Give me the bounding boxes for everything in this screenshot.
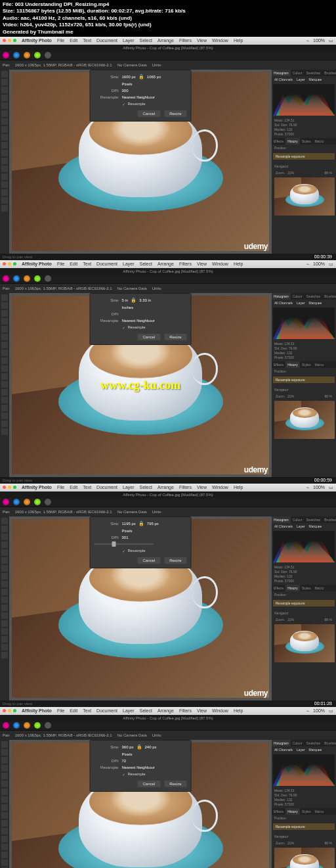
- selection-tool[interactable]: [1, 95, 8, 101]
- healing-tool[interactable]: [1, 788, 8, 795]
- tab-swatches[interactable]: Swatches: [304, 70, 323, 76]
- menu-edit[interactable]: Edit: [70, 708, 77, 713]
- gradient-tool[interactable]: [1, 836, 8, 842]
- resample-checkbox[interactable]: ✓: [122, 549, 125, 553]
- brush-tool[interactable]: [1, 103, 8, 109]
- tab-swatches[interactable]: Swatches: [304, 740, 323, 746]
- zoom-tool[interactable]: [1, 620, 8, 627]
- height-value[interactable]: 240 px: [145, 745, 157, 749]
- height-value[interactable]: 3.33 in: [139, 298, 151, 302]
- menu-window[interactable]: Window: [212, 262, 228, 266]
- menu-view[interactable]: View: [197, 262, 207, 266]
- dodge-tool[interactable]: [1, 581, 8, 587]
- shape-tool[interactable]: [1, 828, 8, 834]
- menu-document[interactable]: Document: [96, 38, 117, 43]
- units-value[interactable]: Pixels: [122, 529, 133, 533]
- tab-histogram[interactable]: Histogram: [272, 70, 291, 76]
- maximize-window-icon[interactable]: [13, 39, 16, 42]
- cancel-button[interactable]: Cancel: [137, 557, 160, 564]
- shape-tool[interactable]: [1, 381, 8, 388]
- tab-brushes[interactable]: Brushes: [322, 740, 336, 746]
- tab-histogram[interactable]: Histogram: [272, 516, 291, 523]
- tab-brushes[interactable]: Brushes: [322, 516, 336, 523]
- resize-button[interactable]: Resize: [164, 334, 186, 340]
- menu-layer[interactable]: Layer: [123, 38, 135, 43]
- menu-view[interactable]: View: [197, 38, 207, 43]
- picker-tool[interactable]: [1, 181, 8, 188]
- menu-arrange[interactable]: Arrange: [158, 262, 174, 266]
- app-name[interactable]: Affinity Photo: [22, 38, 52, 43]
- menu-document[interactable]: Document: [96, 485, 117, 490]
- menu-select[interactable]: Select: [140, 262, 152, 266]
- menu-window[interactable]: Window: [212, 38, 228, 43]
- picker-tool[interactable]: [1, 852, 8, 858]
- tab-effects[interactable]: Effects: [272, 808, 285, 815]
- dpi-value[interactable]: 300: [122, 89, 129, 93]
- menu-window[interactable]: Window: [212, 485, 228, 490]
- layer-toggle[interactable]: Layer: [297, 748, 305, 752]
- history-entry[interactable]: Resample exposure: [273, 823, 335, 830]
- menu-layer[interactable]: Layer: [123, 262, 135, 266]
- marquee-toggle[interactable]: Marquee: [309, 301, 322, 305]
- healing-tool[interactable]: [1, 342, 8, 348]
- lock-icon[interactable]: 🔒: [131, 298, 136, 303]
- brush-tool[interactable]: [1, 326, 8, 332]
- menu-window[interactable]: Window: [212, 708, 228, 713]
- marquee-toggle[interactable]: Marquee: [309, 524, 322, 528]
- menu-file[interactable]: File: [57, 262, 64, 266]
- wifi-icon[interactable]: ⏦: [306, 38, 309, 43]
- menu-filters[interactable]: Filters: [179, 485, 192, 490]
- dodge-tool[interactable]: [1, 134, 8, 141]
- develop-persona-icon[interactable]: [24, 722, 30, 729]
- minimize-window-icon[interactable]: [8, 262, 11, 265]
- menu-arrange[interactable]: Arrange: [158, 485, 174, 490]
- menu-arrange[interactable]: Arrange: [158, 38, 174, 43]
- shape-tool[interactable]: [1, 158, 8, 164]
- hand-tool[interactable]: [1, 526, 8, 532]
- close-window-icon[interactable]: [3, 262, 6, 265]
- resample-checkbox[interactable]: ✓: [122, 325, 125, 330]
- cancel-button[interactable]: Cancel: [137, 781, 160, 787]
- width-value[interactable]: 1600 px: [122, 75, 136, 79]
- history-entry[interactable]: Resample exposure: [273, 153, 335, 160]
- zoom-value[interactable]: 22%: [287, 841, 294, 845]
- channels-dropdown[interactable]: All Channels: [274, 78, 293, 81]
- cancel-button[interactable]: Cancel: [137, 110, 160, 117]
- menu-text[interactable]: Text: [83, 485, 91, 490]
- close-window-icon[interactable]: [3, 709, 6, 712]
- units-value[interactable]: Pixels: [122, 82, 133, 86]
- tab-history[interactable]: History: [285, 808, 300, 815]
- blur-tool[interactable]: [1, 126, 8, 133]
- clone-tool[interactable]: [1, 557, 8, 564]
- resample-checkbox[interactable]: ✓: [122, 772, 125, 777]
- minimize-window-icon[interactable]: [8, 39, 11, 42]
- blur-tool[interactable]: [1, 573, 8, 580]
- close-window-icon[interactable]: [3, 39, 6, 42]
- liquify-persona-icon[interactable]: [13, 52, 20, 58]
- tab-macro[interactable]: Macro: [312, 808, 326, 815]
- cancel-button[interactable]: Cancel: [137, 334, 160, 340]
- blur-tool[interactable]: [1, 350, 8, 356]
- menu-layer[interactable]: Layer: [123, 708, 135, 713]
- dpi-value[interactable]: 301: [122, 536, 129, 539]
- zoom-tool[interactable]: [1, 173, 8, 180]
- pen-tool[interactable]: [1, 820, 8, 827]
- menu-select[interactable]: Select: [140, 38, 152, 43]
- tone-persona-icon[interactable]: [34, 499, 41, 505]
- menu-arrange[interactable]: Arrange: [158, 708, 174, 713]
- tab-brushes[interactable]: Brushes: [322, 293, 336, 300]
- tab-history[interactable]: History: [285, 138, 300, 145]
- history-entry[interactable]: Resample exposure: [273, 377, 335, 383]
- photo-persona-icon[interactable]: [3, 275, 9, 282]
- move-tool[interactable]: [1, 518, 8, 524]
- export-persona-icon[interactable]: [45, 52, 51, 58]
- clone-tool[interactable]: [1, 781, 8, 787]
- fill-tool[interactable]: [1, 644, 8, 651]
- crop-tool[interactable]: [1, 87, 8, 93]
- tab-styles[interactable]: Styles: [300, 808, 313, 815]
- tab-histogram[interactable]: Histogram: [272, 293, 291, 300]
- develop-persona-icon[interactable]: [24, 52, 30, 58]
- gradient-tool[interactable]: [1, 612, 8, 619]
- menu-help[interactable]: Help: [234, 38, 243, 43]
- move-tool[interactable]: [1, 71, 8, 78]
